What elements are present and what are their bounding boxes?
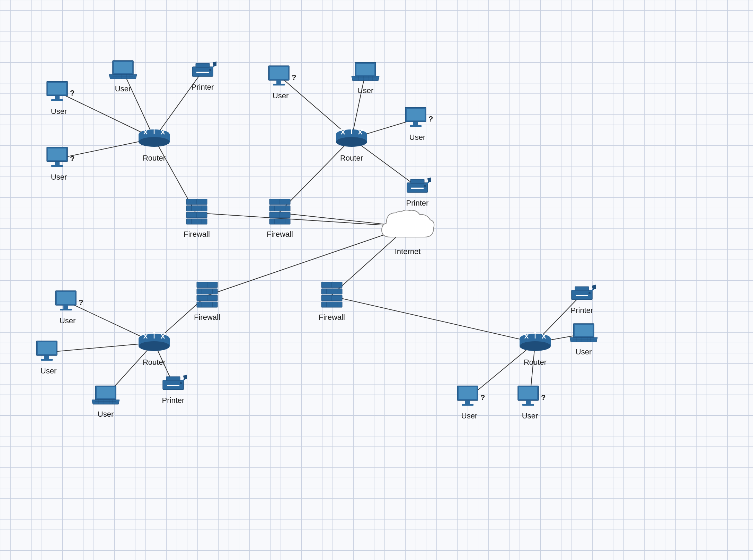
svg-rect-188 [576,295,588,296]
icon-desktop: ? [404,106,431,132]
svg-rect-58 [269,206,290,211]
svg-rect-180 [465,400,470,404]
label-firewall_tl: Firewall [184,230,210,239]
svg-point-89 [520,341,551,351]
svg-point-147 [424,185,426,187]
node-user_bl2[interactable]: User [35,339,62,376]
svg-rect-167 [167,385,179,386]
diagram-container: Internet Router [0,0,753,560]
svg-rect-170 [183,374,187,380]
svg-rect-149 [427,177,431,182]
node-user_tl2[interactable]: User [107,59,139,93]
label-user_bl2: User [41,367,56,376]
question-mark-icon: ? [480,393,485,402]
svg-rect-184 [526,400,531,404]
svg-point-47 [336,137,367,147]
svg-rect-42 [186,219,207,224]
label-user_br2: User [461,412,477,421]
icon-desktop [35,339,62,365]
svg-rect-131 [276,80,281,84]
node-user_tl3[interactable]: ?User [45,145,73,182]
icon-laptop [350,61,381,85]
svg-rect-152 [63,305,68,309]
svg-rect-179 [459,387,477,399]
icon-printer [404,177,431,197]
svg-line-7 [331,296,535,343]
node-user_tr2[interactable]: User [350,61,381,95]
node-user_br1[interactable]: User [568,322,599,356]
label-user_bl3: User [98,410,114,419]
svg-rect-142 [413,122,418,125]
node-router_tr[interactable]: Router [333,125,371,163]
node-user_bl3[interactable]: User [90,384,121,419]
icon-firewall [185,197,209,228]
node-firewall_tl[interactable]: Firewall [184,197,210,239]
node-firewall_tr[interactable]: Firewall [267,197,293,239]
node-firewall_bl[interactable]: Firewall [194,280,220,322]
node-user_tl1[interactable]: ?User [45,80,73,116]
node-firewall_br[interactable]: Firewall [319,280,345,322]
svg-rect-37 [186,206,207,211]
node-user_bl1[interactable]: ?User [54,289,81,325]
svg-rect-146 [411,188,424,189]
icon-desktop: ? [54,289,81,315]
label-user_br1: User [576,347,592,356]
svg-rect-79 [197,289,218,294]
icon-desktop: ? [45,80,73,106]
svg-point-189 [588,292,591,294]
svg-point-126 [209,69,211,71]
svg-line-0 [196,213,408,227]
svg-rect-130 [270,67,288,79]
node-user_br2[interactable]: ?User [455,384,483,421]
svg-rect-141 [407,109,425,120]
icon-printer [189,61,216,81]
svg-rect-122 [51,165,63,167]
svg-rect-121 [55,162,60,165]
icon-firewall [320,280,344,311]
node-user_br3[interactable]: ?User [516,384,544,421]
svg-rect-84 [197,302,218,307]
node-printer_bl[interactable]: Printer [159,374,187,405]
svg-rect-109 [48,83,66,94]
svg-rect-113 [114,62,132,73]
svg-rect-191 [592,284,596,290]
label-router_tr: Router [340,154,363,163]
node-router_tl[interactable]: Router [135,125,173,163]
node-printer_tr[interactable]: Printer [404,177,431,208]
label-printer_bl: Printer [162,396,185,405]
node-internet[interactable]: Internet [376,208,439,256]
node-user_tr3[interactable]: ?User [404,106,431,142]
label-user_tl1: User [51,107,67,116]
node-router_br[interactable]: Router [516,329,554,367]
svg-rect-145 [410,179,424,183]
label-user_br3: User [522,412,538,421]
node-router_bl[interactable]: Router [135,329,173,367]
label-printer_tr: Printer [406,199,429,208]
svg-rect-105 [321,302,342,307]
question-mark-icon: ? [70,89,74,98]
label-router_bl: Router [143,358,166,367]
question-mark-icon: ? [428,115,433,124]
label-printer_br: Printer [571,306,593,315]
svg-rect-132 [273,84,285,85]
svg-rect-185 [522,404,534,406]
node-printer_br[interactable]: Printer [568,284,596,315]
node-printer_tl[interactable]: Printer [189,61,216,92]
icon-firewall [268,197,292,228]
svg-rect-172 [575,325,593,336]
svg-rect-110 [55,96,60,99]
icon-router [135,125,173,152]
icon-router [333,125,371,152]
node-user_tr1[interactable]: ?User [267,64,294,100]
label-internet: Internet [395,247,421,256]
label-router_br: Router [524,358,547,367]
svg-rect-143 [410,125,422,127]
svg-rect-187 [575,287,589,291]
icon-router [135,329,173,356]
svg-rect-124 [196,63,210,67]
question-mark-icon: ? [541,393,546,402]
svg-rect-63 [269,219,290,224]
icon-desktop: ? [267,64,294,90]
svg-rect-151 [57,292,75,304]
label-user_tl2: User [115,84,131,93]
